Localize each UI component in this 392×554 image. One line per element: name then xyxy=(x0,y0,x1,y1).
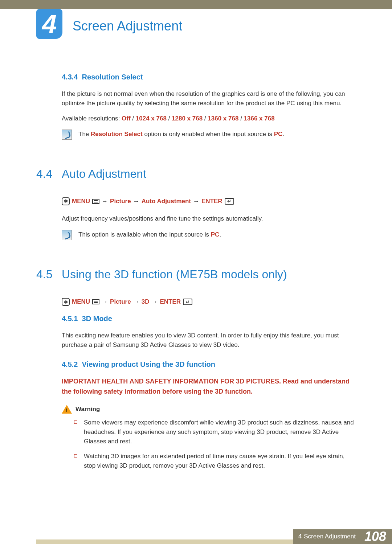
heading-num: 4.3.4 xyxy=(62,73,78,81)
note-text: The Resolution Select option is only ena… xyxy=(78,130,284,139)
res-0: Off xyxy=(122,115,131,122)
page-footer: 4 Screen Adjustment 108 xyxy=(0,529,392,544)
path-menu: MENU xyxy=(72,298,90,305)
heading-title: Auto Adjustment xyxy=(62,167,146,181)
sep: / xyxy=(131,115,136,122)
footer-accent-bar xyxy=(36,539,293,544)
arrow-icon: → xyxy=(133,298,139,305)
warning-label: Warning xyxy=(75,406,100,413)
note-434: The Resolution Select option is only ena… xyxy=(62,130,356,140)
bullet-text: Watching 3D images for an extended perio… xyxy=(84,452,356,471)
res-2: 1280 x 768 xyxy=(172,115,203,122)
heading-44: 4.4 Auto Adjustment xyxy=(36,167,356,181)
remote-tool-icon: ✲ xyxy=(62,197,70,205)
arrow-icon: → xyxy=(133,198,139,205)
heading-num: 4.4 xyxy=(36,167,62,181)
path-enter: ENTER xyxy=(201,198,222,205)
note-text: This option is available when the input … xyxy=(78,230,221,239)
avail-label: Available resolutions: xyxy=(62,115,122,122)
chapter-number-tab: 4 xyxy=(36,9,62,39)
path-menu: MENU xyxy=(72,198,90,205)
bullet-icon xyxy=(74,420,77,424)
bullet-icon xyxy=(74,454,77,457)
menu-path-45: ✲ MENU → Picture → 3D → ENTER xyxy=(62,298,356,306)
path-p1: Picture xyxy=(110,298,131,305)
warning-header: Warning xyxy=(62,405,356,414)
heading-title: Using the 3D function (ME75B models only… xyxy=(62,268,287,281)
arrow-icon: → xyxy=(102,298,108,305)
path-p1: Picture xyxy=(110,198,131,205)
arrow-icon: → xyxy=(102,198,108,205)
bullet-text: Some viewers may experience discomfort w… xyxy=(84,418,356,447)
menu-path-44: ✲ MENU → Picture → Auto Adjustment → ENT… xyxy=(62,197,356,205)
chapter-title: Screen Adjustment xyxy=(73,19,182,34)
heading-434: 4.3.4 Resolution Select xyxy=(62,73,356,81)
heading-title: Resolution Select xyxy=(82,73,143,81)
footer-chapter-label: 4 Screen Adjustment xyxy=(293,529,361,544)
t: The xyxy=(78,131,91,138)
footer-chapter-title: Screen Adjustment xyxy=(304,533,356,540)
body-451: This exciting new feature enables you to… xyxy=(62,331,356,350)
warning-bullets: Some viewers may experience discomfort w… xyxy=(74,418,356,471)
note-icon xyxy=(62,130,72,140)
list-item: Watching 3D images for an extended perio… xyxy=(74,452,356,471)
t: PC xyxy=(274,131,283,138)
t: option is only enabled when the input so… xyxy=(143,131,274,138)
note-icon xyxy=(62,230,72,240)
resolutions-line: Available resolutions: Off / 1024 x 768 … xyxy=(62,115,356,122)
body-434: If the picture is not normal even when t… xyxy=(62,89,356,108)
t: Resolution Select xyxy=(91,131,143,138)
sep: / xyxy=(203,115,208,122)
path-p2: Auto Adjustment xyxy=(142,198,191,205)
footer-chapter-num: 4 xyxy=(298,533,302,540)
path-p2: 3D xyxy=(142,298,150,305)
safety-notice: IMPORTANT HEALTH AND SAFETY INFORMATION … xyxy=(62,377,356,397)
body-44: Adjust frequency values/positions and fi… xyxy=(62,214,356,223)
heading-title: Viewing product Using the 3D function xyxy=(82,360,215,368)
note-44: This option is available when the input … xyxy=(62,230,356,240)
heading-num: 4.5.1 xyxy=(62,315,78,323)
res-4: 1366 x 768 xyxy=(244,115,275,122)
arrow-icon: → xyxy=(193,198,199,205)
heading-num: 4.5 xyxy=(36,268,62,281)
heading-451: 4.5.1 3D Mode xyxy=(62,315,356,323)
t: PC xyxy=(211,231,220,238)
res-1: 1024 x 768 xyxy=(136,115,167,122)
heading-452: 4.5.2 Viewing product Using the 3D funct… xyxy=(62,360,356,369)
t: . xyxy=(282,131,284,138)
enter-icon xyxy=(225,198,234,205)
heading-num: 4.5.2 xyxy=(62,360,78,368)
enter-icon xyxy=(183,299,192,305)
heading-title: 3D Mode xyxy=(82,315,112,323)
warning-triangle-icon xyxy=(62,405,72,414)
path-enter: ENTER xyxy=(160,298,181,305)
arrow-icon: → xyxy=(151,298,158,305)
t: This option is available when the input … xyxy=(78,231,211,238)
heading-45: 4.5 Using the 3D function (ME75B models … xyxy=(36,268,356,281)
chapter-header: 4 Screen Adjustment xyxy=(0,7,392,44)
list-item: Some viewers may experience discomfort w… xyxy=(74,418,356,447)
menu-grid-icon xyxy=(92,199,99,204)
sep: / xyxy=(238,115,244,122)
sep: / xyxy=(167,115,172,122)
t: . xyxy=(219,231,221,238)
footer-page-number: 108 xyxy=(361,529,392,544)
menu-grid-icon xyxy=(92,299,99,304)
res-3: 1360 x 768 xyxy=(208,115,238,122)
remote-tool-icon: ✲ xyxy=(62,298,70,306)
